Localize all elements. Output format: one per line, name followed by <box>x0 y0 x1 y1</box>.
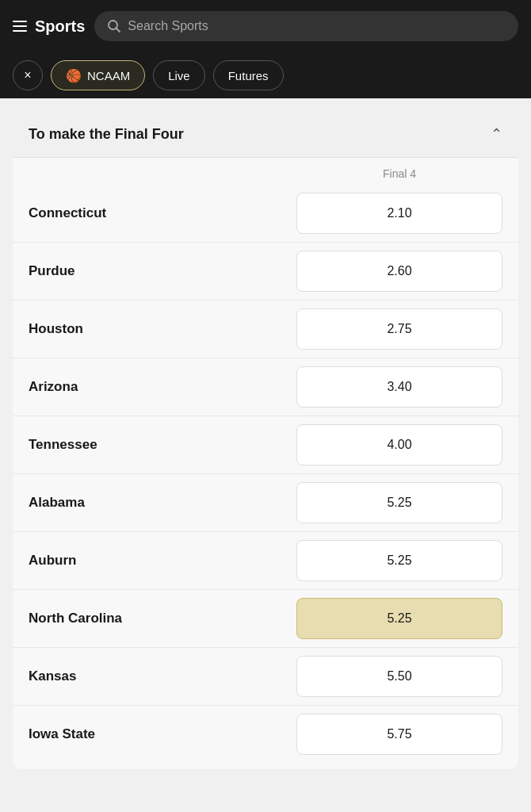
odds-button[interactable]: 4.00 <box>296 424 502 465</box>
search-placeholder-text: Search Sports <box>128 19 208 33</box>
app-title: Sports <box>35 17 85 36</box>
team-name: Kansas <box>29 668 296 684</box>
close-button[interactable]: × <box>13 60 43 90</box>
hamburger-icon <box>13 21 27 32</box>
tab-futures-label: Futures <box>228 69 269 82</box>
filter-bar: × 🏀 NCAAM Live Futures <box>0 52 531 98</box>
table-row: North Carolina 5.25 <box>13 589 518 647</box>
app-header: Sports Search Sports <box>0 0 531 52</box>
team-name: Auburn <box>29 553 296 569</box>
tab-futures[interactable]: Futures <box>213 60 284 90</box>
odds-button[interactable]: 5.25 <box>296 540 502 581</box>
team-name: Tennessee <box>29 437 296 453</box>
odds-button[interactable]: 3.40 <box>296 366 502 408</box>
tab-ncaam-label: NCAAM <box>87 69 130 82</box>
table-row: Purdue 2.60 <box>13 242 518 300</box>
team-name: Houston <box>29 321 296 337</box>
svg-line-1 <box>117 29 120 33</box>
tab-live[interactable]: Live <box>153 60 205 90</box>
table-row: Arizona 3.40 <box>13 358 518 416</box>
table-row: Tennessee 4.00 <box>13 416 518 473</box>
odds-button[interactable]: 2.75 <box>296 308 502 350</box>
team-name: Connecticut <box>29 205 296 221</box>
odds-button[interactable]: 5.75 <box>296 714 502 755</box>
card-title: To make the Final Four <box>29 126 184 143</box>
tab-live-label: Live <box>168 69 190 82</box>
tab-ncaam[interactable]: 🏀 NCAAM <box>51 60 145 90</box>
team-name: North Carolina <box>29 611 296 626</box>
table-row: Iowa State 5.75 <box>13 705 518 763</box>
table-row: Alabama 5.25 <box>13 473 518 531</box>
team-name: Purdue <box>29 263 296 279</box>
sports-menu-button[interactable]: Sports <box>13 17 85 36</box>
odds-button[interactable]: 2.60 <box>296 251 502 292</box>
table-row: Auburn 5.25 <box>13 531 518 589</box>
card-header: To make the Final Four ⌃ <box>13 111 518 158</box>
team-name: Alabama <box>29 495 296 511</box>
odds-button[interactable]: 2.10 <box>296 193 502 234</box>
main-content: To make the Final Four ⌃ Final 4 Connect… <box>0 98 531 812</box>
betting-card: To make the Final Four ⌃ Final 4 Connect… <box>13 111 518 769</box>
team-name: Iowa State <box>29 726 296 742</box>
column-final4-label: Final 4 <box>296 167 502 180</box>
basketball-icon: 🏀 <box>66 68 82 83</box>
table-row: Kansas 5.50 <box>13 647 518 705</box>
table-row: Houston 2.75 <box>13 300 518 358</box>
odds-button[interactable]: 5.50 <box>296 656 502 697</box>
betting-rows-container: Connecticut 2.10 Purdue 2.60 Houston 2.7… <box>13 185 518 769</box>
table-row: Connecticut 2.10 <box>13 185 518 242</box>
team-name: Arizona <box>29 379 296 395</box>
chevron-up-icon[interactable]: ⌃ <box>491 125 502 143</box>
search-bar[interactable]: Search Sports <box>94 11 518 41</box>
odds-button-selected[interactable]: 5.25 <box>296 598 502 639</box>
odds-button[interactable]: 5.25 <box>296 482 502 523</box>
column-headers: Final 4 <box>13 158 518 185</box>
search-icon <box>107 19 121 33</box>
